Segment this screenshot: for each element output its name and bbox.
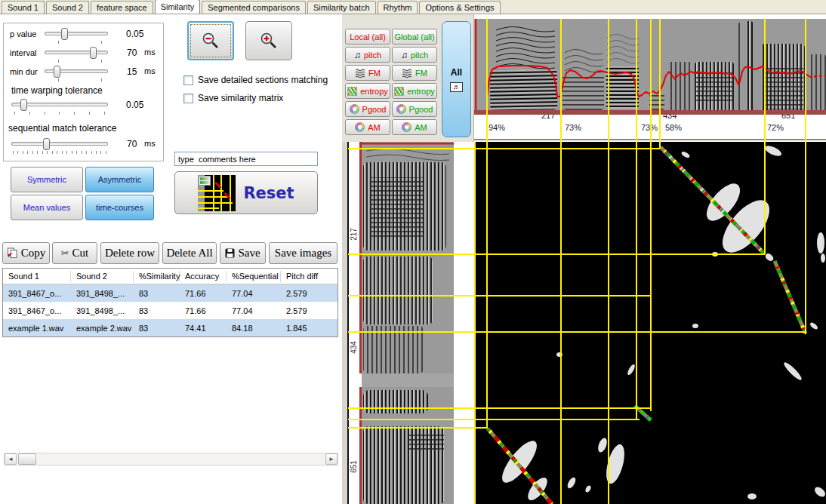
time-axis-label: 217 (541, 115, 555, 120)
sequential-match-tolerance-slider[interactable] (11, 138, 108, 150)
music-note-icon: ♫ (401, 51, 408, 60)
scroll-right-arrow[interactable]: ► (325, 453, 337, 465)
save-similarity-matrix-checkbox[interactable]: Save similarity matrix (183, 93, 283, 103)
global-fm-button[interactable]: FM (392, 65, 437, 81)
delete-row-button[interactable]: Delete row (100, 242, 159, 264)
local-pitch-button[interactable]: ♫pitch (345, 47, 390, 63)
local-fm-button[interactable]: FM (345, 65, 390, 81)
col-sound-2[interactable]: Sound 2 (71, 271, 134, 282)
local-entropy-button[interactable]: entropy (345, 83, 390, 99)
col-accuracy[interactable]: Accuracy (180, 271, 227, 282)
local-pgood-label: Pgood (362, 105, 387, 114)
section-score: 94% (489, 123, 505, 132)
scroll-thumb[interactable] (18, 453, 36, 465)
global-entropy-button[interactable]: entropy (392, 83, 437, 99)
time-warping-tolerance-label: time warping tolerance (11, 85, 103, 96)
global-all-button[interactable]: Global (all) (392, 29, 437, 45)
local-all-button[interactable]: Local (all) (345, 29, 390, 45)
save-label: Save (238, 247, 260, 260)
sound2-spectrogram-vertical[interactable] (342, 142, 474, 504)
asymmetric-label: Asymmetric (98, 175, 141, 184)
all-features-button[interactable]: All ♬ (442, 21, 471, 137)
tab-similarity-batch[interactable]: Similarity batch (307, 1, 376, 14)
save-detailed-sections-checkbox[interactable]: Save detailed sections matching (183, 75, 328, 85)
tab-segmented-comparisons[interactable]: Segmented comparisons (202, 1, 306, 14)
tab-sound-2[interactable]: Sound 2 (46, 1, 89, 14)
tab-sound-1[interactable]: Sound 1 (2, 1, 45, 14)
cell-sound1: example 1.wav (3, 324, 71, 333)
cell-pitch-diff: 2.579 (281, 306, 334, 315)
local-pgood-button[interactable]: Pgood (345, 101, 390, 117)
tab-similarity[interactable]: Similarity (155, 0, 201, 14)
similarity-matrix[interactable] (474, 142, 826, 504)
col-similarity[interactable]: %Similarity (134, 271, 180, 282)
time-warping-tolerance-slider[interactable] (11, 99, 108, 111)
p-value-slider[interactable] (45, 28, 108, 40)
min-dur-label: min dur (10, 67, 38, 76)
section-score-strip: 217 434 651 94% 73% 73% 58% 72% (474, 115, 826, 140)
cd-icon (402, 122, 411, 132)
cut-button[interactable]: ✂ Cut (52, 242, 97, 264)
reset-button[interactable]: Reset (174, 171, 318, 214)
global-entropy-label: entropy (407, 87, 435, 96)
table-horizontal-scrollbar[interactable]: ◄ ► (4, 453, 338, 466)
mean-values-button[interactable]: Mean values (11, 195, 83, 220)
fm-waves-icon (355, 69, 365, 78)
min-dur-value: 15 (127, 66, 137, 77)
cell-accuracy: 71.66 (180, 306, 227, 315)
interval-unit: ms (144, 48, 156, 57)
col-pitch-diff[interactable]: Pitch diff (281, 271, 334, 282)
delete-all-button[interactable]: Delete All (162, 242, 217, 264)
table-row[interactable]: example 1.wav example 2.wav 83 74.41 84.… (3, 319, 337, 337)
cell-sound2: example 2.wav (71, 324, 134, 333)
global-pitch-label: pitch (411, 51, 428, 60)
checkbox-box[interactable] (183, 94, 193, 103)
parameters-groupbox: p value 0.05 interval 70 ms min dur 15 m… (3, 23, 164, 161)
min-dur-unit: ms (144, 66, 156, 75)
global-am-button[interactable]: AM (392, 119, 437, 135)
sequential-match-tolerance-value: 70 (127, 139, 137, 149)
min-dur-slider[interactable] (45, 66, 108, 78)
entropy-icon (347, 87, 357, 96)
cd-icon (355, 122, 365, 132)
tab-options-settings[interactable]: Options & Settings (419, 1, 500, 14)
section-score: 72% (767, 123, 784, 132)
global-pgood-button[interactable]: Pgood (392, 101, 437, 117)
local-am-button[interactable]: AM (345, 119, 390, 135)
p-value-label: p value (10, 29, 36, 38)
global-pitch-button[interactable]: ♫pitch (392, 47, 437, 63)
copy-icon (7, 247, 18, 259)
col-sound-1[interactable]: Sound 1 (3, 271, 71, 282)
zoom-out-button[interactable] (187, 21, 234, 60)
time-axis-label: 434 (663, 115, 677, 120)
local-all-label: Local (all) (350, 32, 386, 41)
comments-input[interactable] (174, 152, 318, 166)
reset-thumbnail-icon (198, 175, 236, 211)
time-courses-button[interactable]: time-courses (85, 195, 154, 220)
interval-slider[interactable] (45, 47, 108, 59)
symmetric-button[interactable]: Symmetric (11, 167, 83, 192)
scroll-left-arrow[interactable]: ◄ (5, 453, 17, 465)
sequential-match-tolerance-label: sequential match tolerance (8, 123, 116, 134)
save-button[interactable]: Save (220, 242, 266, 264)
sound1-spectrogram[interactable] (474, 19, 826, 115)
cut-label: Cut (72, 247, 89, 260)
asymmetric-button[interactable]: Asymmetric (85, 167, 154, 192)
reset-label: Reset (243, 184, 294, 202)
cell-pitch-diff: 1.845 (281, 324, 334, 333)
cell-accuracy: 71.66 (180, 289, 227, 298)
tab-rhythm[interactable]: Rhythm (378, 1, 418, 14)
save-images-button[interactable]: Save images (269, 242, 337, 264)
tab-feature-space[interactable]: feature space (91, 1, 153, 14)
section-score: 58% (665, 123, 682, 132)
symmetric-label: Symmetric (27, 175, 66, 184)
copy-button[interactable]: Copy (2, 242, 50, 264)
cell-pitch-diff: 2.579 (281, 289, 334, 298)
cell-sound2: 391_8498_... (71, 289, 134, 298)
checkbox-box[interactable] (183, 75, 193, 85)
table-row[interactable]: 391_8467_o... 391_8498_... 83 71.66 77.0… (3, 302, 337, 319)
table-row[interactable]: 391_8467_o... 391_8498_... 83 71.66 77.0… (3, 284, 337, 302)
zoom-in-button[interactable] (245, 21, 292, 60)
interval-value: 70 (127, 48, 137, 58)
col-sequential[interactable]: %Sequential (227, 271, 281, 282)
